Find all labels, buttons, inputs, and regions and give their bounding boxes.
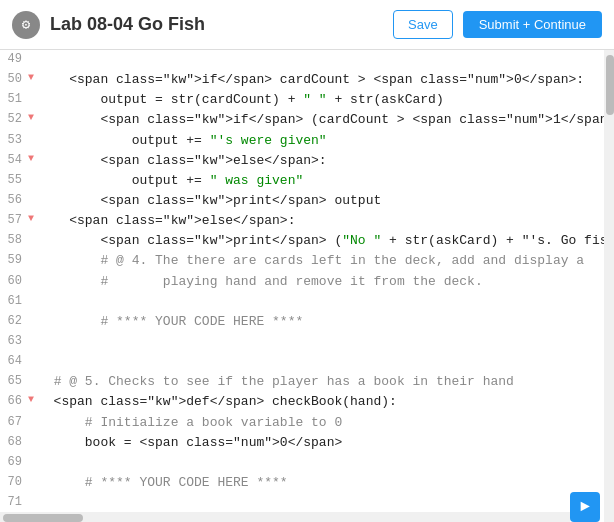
- line-number: 62: [0, 312, 28, 332]
- code-line: [34, 493, 604, 513]
- code-line: book = <span class="num">0</span>: [34, 433, 604, 453]
- code-line: <span class="kw">def</span> checkBook(ha…: [34, 392, 604, 412]
- code-table: 49 50▼ <span class="kw">if</span> cardCo…: [0, 50, 604, 522]
- line-number: 61: [0, 292, 28, 312]
- table-row: 52▼ <span class="kw">if</span> (cardCoun…: [0, 110, 604, 130]
- line-number: 67: [0, 413, 28, 433]
- table-row: 50▼ <span class="kw">if</span> cardCount…: [0, 70, 604, 90]
- gear-icon: ⚙: [22, 16, 30, 33]
- line-number: 58: [0, 231, 28, 251]
- code-line: output = str(cardCount) + " " + str(askC…: [34, 90, 604, 110]
- code-container: 49 50▼ <span class="kw">if</span> cardCo…: [0, 50, 614, 522]
- line-number: 56: [0, 191, 28, 211]
- code-line: <span class="kw">print</span> ("No " + s…: [34, 231, 604, 251]
- code-line: # Initialize a book variable to 0: [34, 413, 604, 433]
- line-number: 70: [0, 473, 28, 493]
- table-row: 71: [0, 493, 604, 513]
- code-line: [34, 332, 604, 352]
- code-line: <span class="kw">else</span>:: [34, 211, 604, 231]
- table-row: 67 # Initialize a book variable to 0: [0, 413, 604, 433]
- line-number: 57: [0, 211, 28, 231]
- code-line: output += " was given": [34, 171, 604, 191]
- line-number: 50: [0, 70, 28, 90]
- vertical-scrollbar[interactable]: [604, 50, 614, 522]
- line-number: 49: [0, 50, 28, 70]
- table-row: 54▼ <span class="kw">else</span>:: [0, 151, 604, 171]
- table-row: 61: [0, 292, 604, 312]
- header: ⚙ Lab 08-04 Go Fish Save Submit + Contin…: [0, 0, 614, 50]
- submit-continue-button[interactable]: Submit + Continue: [463, 11, 602, 38]
- table-row: 68 book = <span class="num">0</span>: [0, 433, 604, 453]
- line-number: 63: [0, 332, 28, 352]
- table-row: 60 # playing hand and remove it from the…: [0, 272, 604, 292]
- line-number: 69: [0, 453, 28, 473]
- save-button[interactable]: Save: [393, 10, 453, 39]
- table-row: 51 output = str(cardCount) + " " + str(a…: [0, 90, 604, 110]
- table-row: 55 output += " was given": [0, 171, 604, 191]
- line-number: 66: [0, 392, 28, 412]
- code-line: [34, 453, 604, 473]
- line-number: 59: [0, 251, 28, 271]
- table-row: 53 output += "'s were given": [0, 131, 604, 151]
- line-number: 65: [0, 372, 28, 392]
- line-number: 64: [0, 352, 28, 372]
- table-row: 69: [0, 453, 604, 473]
- table-row: 62 # **** YOUR CODE HERE ****: [0, 312, 604, 332]
- code-line: # @ 5. Checks to see if the player has a…: [34, 372, 604, 392]
- line-number: 68: [0, 433, 28, 453]
- code-line: <span class="kw">if</span> (cardCount > …: [34, 110, 604, 130]
- gear-button[interactable]: ⚙: [12, 11, 40, 39]
- lab-title: Lab 08-04 Go Fish: [50, 14, 383, 35]
- code-line: # playing hand and remove it from the de…: [34, 272, 604, 292]
- code-line: <span class="kw">else</span>:: [34, 151, 604, 171]
- code-line: <span class="kw">if</span> cardCount > <…: [34, 70, 604, 90]
- h-scrollbar-thumb[interactable]: [3, 514, 83, 522]
- table-row: 57▼ <span class="kw">else</span>:: [0, 211, 604, 231]
- code-line: # **** YOUR CODE HERE ****: [34, 473, 604, 493]
- code-line: [34, 352, 604, 372]
- code-line: [34, 50, 604, 70]
- line-number: 52: [0, 110, 28, 130]
- line-number: 71: [0, 493, 28, 513]
- line-number: 55: [0, 171, 28, 191]
- table-row: 66▼ <span class="kw">def</span> checkBoo…: [0, 392, 604, 412]
- code-line: output += "'s were given": [34, 131, 604, 151]
- scrollbar-thumb[interactable]: [606, 55, 614, 115]
- table-row: 64: [0, 352, 604, 372]
- table-row: 70 # **** YOUR CODE HERE ****: [0, 473, 604, 493]
- table-row: 65 # @ 5. Checks to see if the player ha…: [0, 372, 604, 392]
- table-row: 59 # @ 4. The there are cards left in th…: [0, 251, 604, 271]
- arrow-right-icon: ►: [580, 498, 590, 516]
- bottom-bar: ►: [570, 492, 600, 522]
- table-row: 58 <span class="kw">print</span> ("No " …: [0, 231, 604, 251]
- code-line: [34, 292, 604, 312]
- line-number: 53: [0, 131, 28, 151]
- navigate-button[interactable]: ►: [570, 492, 600, 522]
- horizontal-scrollbar[interactable]: [0, 512, 570, 522]
- table-row: 49: [0, 50, 604, 70]
- code-line: # **** YOUR CODE HERE ****: [34, 312, 604, 332]
- line-number: 60: [0, 272, 28, 292]
- code-editor[interactable]: 49 50▼ <span class="kw">if</span> cardCo…: [0, 50, 604, 522]
- table-row: 56 <span class="kw">print</span> output: [0, 191, 604, 211]
- code-line: # @ 4. The there are cards left in the d…: [34, 251, 604, 271]
- code-line: <span class="kw">print</span> output: [34, 191, 604, 211]
- table-row: 63: [0, 332, 604, 352]
- line-number: 54: [0, 151, 28, 171]
- line-number: 51: [0, 90, 28, 110]
